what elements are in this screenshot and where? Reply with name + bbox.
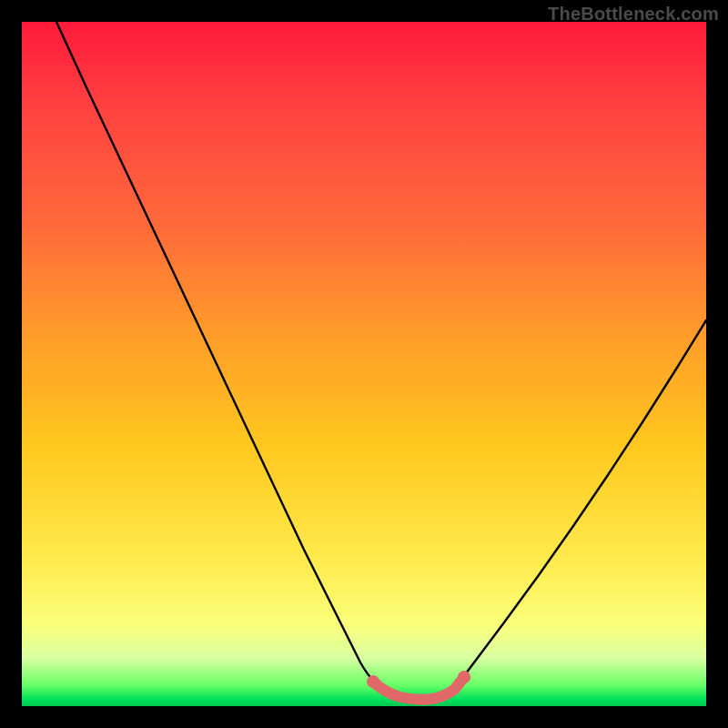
- optimal-segment-start-dot: [367, 675, 379, 688]
- curve-layer: [22, 22, 706, 706]
- optimal-segment: [373, 677, 464, 700]
- bottleneck-curve: [56, 22, 706, 698]
- optimal-segment-end-dot: [458, 671, 470, 683]
- plot-area: [22, 22, 706, 706]
- watermark-text: TheBottleneck.com: [548, 4, 719, 25]
- chart-frame: [22, 22, 706, 706]
